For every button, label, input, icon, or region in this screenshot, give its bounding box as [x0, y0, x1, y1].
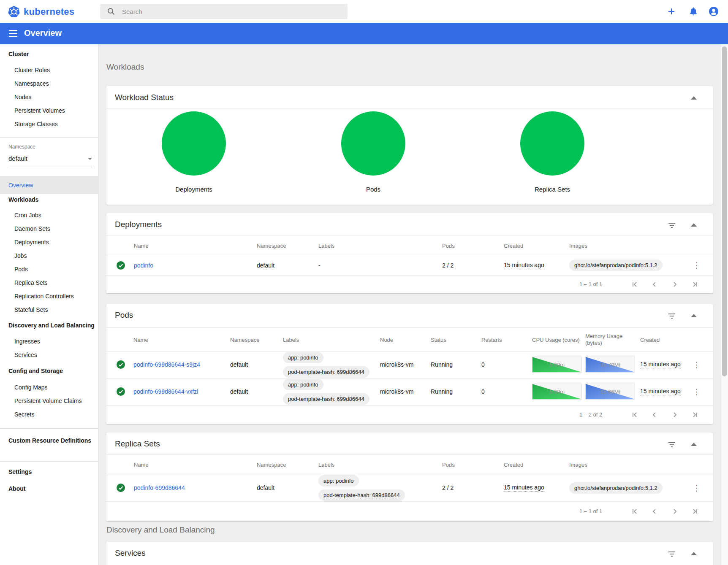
sidebar-item-namespaces[interactable]: Namespaces	[0, 77, 98, 90]
filter-icon[interactable]	[668, 313, 676, 319]
sidebar-item-daemon-sets[interactable]: Daemon Sets	[0, 222, 98, 235]
col-header-labels: Labels	[318, 235, 334, 256]
next-page-icon[interactable]	[671, 281, 679, 288]
collapse-arrow-icon[interactable]	[691, 223, 697, 227]
pod-name-link[interactable]: podinfo-699d86644-vxfzl	[133, 388, 198, 395]
replica-sets-pagination: 1 – 1 of 1	[106, 501, 713, 521]
sidebar-item-nodes[interactable]: Nodes	[0, 91, 98, 103]
collapse-arrow-icon[interactable]	[691, 96, 697, 100]
table-row: podinfo-699d86644 default app: podinfo p…	[106, 474, 713, 502]
first-page-icon[interactable]	[631, 508, 638, 515]
row-menu-kebab-icon[interactable]: ⋮	[693, 378, 701, 405]
search-input[interactable]	[121, 8, 326, 16]
row-menu-kebab-icon[interactable]: ⋮	[693, 474, 701, 501]
sidebar-header-workloads[interactable]: Workloads	[0, 193, 98, 206]
sidebar-item-replication-controllers[interactable]: Replication Controllers	[0, 290, 98, 303]
first-page-icon[interactable]	[631, 411, 638, 419]
cpu-sparkline: 5.00m	[532, 384, 582, 400]
filter-icon[interactable]	[668, 551, 676, 557]
sidebar-header-cluster[interactable]: Cluster	[0, 48, 98, 60]
col-header-namespace: Namespace	[257, 235, 286, 256]
replica-set-label-chip: app: podinfo	[318, 475, 359, 487]
pod-node: microk8s-vm	[380, 351, 413, 378]
filter-icon[interactable]	[668, 222, 676, 228]
sidebar-header-config[interactable]: Config and Storage	[0, 365, 98, 377]
deployment-pods: 2 / 2	[442, 255, 454, 275]
pod-node: microk8s-vm	[380, 378, 413, 405]
collapse-arrow-icon[interactable]	[691, 443, 697, 446]
collapse-arrow-icon[interactable]	[691, 552, 697, 555]
replica-sets-title: Replica Sets	[115, 439, 160, 449]
kubernetes-logo[interactable]: kubernetes	[8, 5, 74, 18]
prev-page-icon[interactable]	[651, 411, 658, 419]
sidebar-item-persistent-volumes[interactable]: Persistent Volumes	[0, 104, 98, 117]
sidebar-item-services[interactable]: Services	[0, 349, 98, 361]
sidebar-item-cron-jobs[interactable]: Cron Jobs	[0, 209, 98, 222]
row-menu-kebab-icon[interactable]: ⋮	[693, 255, 701, 275]
collapse-arrow-icon[interactable]	[691, 314, 697, 317]
sidebar-item-ingresses[interactable]: Ingresses	[0, 335, 98, 348]
last-page-icon[interactable]	[691, 508, 699, 515]
namespace-select[interactable]: default	[8, 155, 92, 166]
row-menu-kebab-icon[interactable]: ⋮	[693, 351, 701, 378]
deployment-name-link[interactable]: podinfo	[134, 262, 153, 269]
cpu-value: 5.00m	[532, 357, 582, 373]
pod-created[interactable]: 15 minutes ago	[640, 388, 681, 395]
sidebar-item-deployments[interactable]: Deployments	[0, 236, 98, 249]
sidebar-item-custom-resource-definitions[interactable]: Custom Resource Definitions	[0, 434, 98, 447]
sidebar-item-persistent-volume-claims[interactable]: Persistent Volume Claims	[0, 395, 98, 407]
search-box[interactable]	[100, 4, 348, 19]
services-card: Services	[106, 542, 713, 565]
account-avatar-icon[interactable]	[709, 6, 719, 16]
first-page-icon[interactable]	[631, 281, 638, 288]
next-page-icon[interactable]	[671, 508, 679, 515]
filter-icon[interactable]	[668, 442, 676, 448]
deployments-donut-chart	[162, 111, 226, 176]
col-header-memory: Memory Usage (bytes)	[585, 328, 633, 351]
sidebar-item-overview[interactable]: Overview	[0, 176, 98, 194]
replica-sets-header-row: Name Namespace Labels Pods Created Image…	[106, 454, 713, 475]
sidebar-header-discovery[interactable]: Discovery and Load Balancing	[0, 319, 98, 332]
sidebar-item-cluster-roles[interactable]: Cluster Roles	[0, 64, 98, 76]
sidebar-item-stateful-sets[interactable]: Stateful Sets	[0, 303, 98, 316]
sidebar-item-secrets[interactable]: Secrets	[0, 408, 98, 421]
col-header-labels: Labels	[318, 455, 334, 475]
replica-set-name-link[interactable]: podinfo-699d86644	[134, 484, 185, 491]
replica-set-created[interactable]: 15 minutes ago	[504, 484, 544, 492]
donut-label-replica-sets: Replica Sets	[506, 186, 599, 193]
sidebar-item-pods[interactable]: Pods	[0, 263, 98, 276]
pods-header-row: Name Namespace Labels Node Status Restar…	[106, 327, 713, 352]
pod-created[interactable]: 15 minutes ago	[640, 361, 681, 368]
last-page-icon[interactable]	[691, 281, 699, 288]
page-scrollbar[interactable]	[721, 44, 728, 565]
pod-name-link[interactable]: podinfo-699d86644-s9jz4	[133, 361, 200, 368]
col-header-labels: Labels	[283, 328, 299, 351]
namespace-value: default	[8, 155, 27, 162]
sidebar-item-about[interactable]: About	[0, 482, 98, 495]
next-page-icon[interactable]	[671, 411, 679, 419]
col-header-namespace: Namespace	[257, 455, 286, 475]
deployments-card: Deployments Name Namespace Labels Pods C…	[106, 213, 713, 293]
prev-page-icon[interactable]	[651, 508, 658, 515]
deployments-pagination: 1 – 1 of 1	[106, 275, 713, 293]
table-row: podinfo-699d86644-s9jz4 default app: pod…	[106, 351, 713, 378]
sidebar-item-replica-sets[interactable]: Replica Sets	[0, 276, 98, 289]
section-heading-workloads: Workloads	[106, 62, 144, 72]
sidebar-item-storage-classes[interactable]: Storage Classes	[0, 118, 98, 130]
status-ok-icon	[117, 255, 125, 275]
notifications-bell-icon[interactable]	[688, 6, 698, 16]
workload-status-card: Workload Status Deployments Pods Replica…	[106, 86, 713, 205]
create-plus-icon[interactable]	[666, 6, 676, 16]
prev-page-icon[interactable]	[651, 281, 658, 288]
last-page-icon[interactable]	[691, 411, 699, 419]
menu-hamburger-icon[interactable]	[9, 30, 17, 37]
col-header-pods: Pods	[442, 235, 455, 256]
scrollbar-thumb[interactable]	[722, 46, 727, 376]
donut-label-pods: Pods	[327, 186, 420, 193]
replica-set-namespace: default	[257, 474, 274, 501]
sidebar-item-jobs[interactable]: Jobs	[0, 249, 98, 262]
sidebar-divider	[0, 461, 98, 462]
sidebar-item-settings[interactable]: Settings	[0, 465, 98, 478]
sidebar-item-config-maps[interactable]: Config Maps	[0, 381, 98, 394]
deployment-created[interactable]: 15 minutes ago	[504, 262, 544, 269]
